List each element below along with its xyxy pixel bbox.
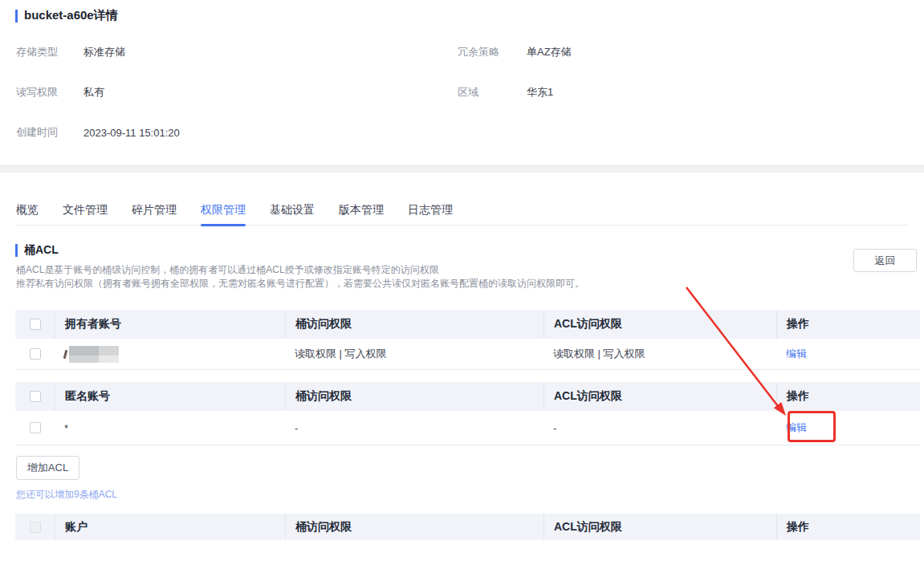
tab-fragment-management[interactable]: 碎片管理	[132, 197, 177, 225]
field-value: 标准存储	[83, 45, 125, 59]
field-label: 区域	[458, 85, 527, 100]
owner-acl-row: 读取权限 | 写入权限 读取权限 | 写入权限 编辑	[15, 339, 920, 370]
table-header-row: 账户 桶访问权限 ACL访问权限 操作	[15, 514, 920, 540]
acl-permission-cell: 读取权限 | 写入权限	[543, 339, 776, 369]
edit-link-anonymous[interactable]: 编辑	[786, 421, 807, 435]
anonymous-acl-table: 匿名账号 桶访问权限 ACL访问权限 操作 * - - 编辑	[15, 382, 920, 445]
owner-acl-table: 拥有者账号 桶访问权限 ACL访问权限 操作 读取权限 | 写入权限 读取权限 …	[15, 310, 920, 370]
row-checkbox[interactable]	[30, 348, 41, 360]
col-action: 操作	[776, 514, 920, 540]
col-acl-permission: ACL访问权限	[543, 514, 776, 540]
col-owner-account: 拥有者账号	[55, 310, 285, 339]
field-label: 创建时间	[16, 125, 83, 140]
field-redundancy: 冗余策略 单AZ存储	[458, 45, 572, 59]
acl-section-title: 桶ACL	[15, 243, 59, 258]
remaining-acl-hint: 您还可以增加9条桶ACL	[16, 488, 117, 502]
bucket-detail-page: bucket-a60e详情 存储类型 标准存储 冗余策略 单AZ存储 读写权限 …	[0, 0, 924, 561]
bucket-permission-cell: 读取权限 | 写入权限	[285, 339, 543, 369]
field-value: 华东1	[527, 85, 553, 100]
col-bucket-permission: 桶访问权限	[285, 514, 543, 540]
field-region: 区域 华东1	[458, 85, 553, 100]
field-value: 单AZ存储	[527, 45, 572, 59]
select-all-checkbox[interactable]	[30, 319, 41, 330]
row-checkbox[interactable]	[30, 422, 41, 433]
col-bucket-permission: 桶访问权限	[285, 382, 543, 411]
field-rw-permission: 读写权限 私有	[16, 85, 104, 100]
back-button[interactable]: 返回	[853, 249, 917, 272]
field-value: 私有	[83, 85, 104, 100]
account-cell: *	[55, 411, 285, 445]
tab-log-management[interactable]: 日志管理	[408, 197, 453, 225]
acl-description-line1: 桶ACL是基于账号的桶级访问控制，桶的拥有者可以通过桶ACL授予或修改指定账号特…	[16, 263, 584, 277]
tab-permission-management[interactable]: 权限管理	[201, 197, 246, 225]
tab-version-management[interactable]: 版本管理	[339, 197, 384, 225]
acl-permission-cell: -	[543, 411, 776, 445]
tab-basic-settings[interactable]: 基础设置	[270, 197, 315, 225]
redacted-account	[64, 346, 119, 363]
select-all-checkbox-disabled	[30, 522, 41, 533]
add-acl-button[interactable]: 增加ACL	[16, 456, 79, 480]
field-create-time: 创建时间 2023-09-11 15:01:20	[16, 125, 180, 140]
tab-overview[interactable]: 概览	[16, 197, 39, 225]
col-action: 操作	[776, 310, 920, 339]
section-divider	[0, 165, 924, 173]
field-value: 2023-09-11 15:01:20	[83, 127, 180, 139]
field-label: 存储类型	[16, 45, 83, 59]
tab-file-management[interactable]: 文件管理	[63, 197, 108, 225]
tab-bar: 概览 文件管理 碎片管理 权限管理 基础设置 版本管理 日志管理	[16, 197, 908, 226]
col-account: 账户	[55, 514, 285, 540]
bucket-permission-cell: -	[285, 411, 543, 445]
col-acl-permission: ACL访问权限	[543, 310, 776, 339]
field-storage-type: 存储类型 标准存储	[16, 45, 125, 59]
title-accent-bar	[15, 244, 18, 257]
page-title-text: bucket-a60e详情	[24, 8, 118, 23]
account-acl-table: 账户 桶访问权限 ACL访问权限 操作	[15, 514, 920, 540]
acl-title-text: 桶ACL	[24, 243, 59, 258]
edit-link[interactable]: 编辑	[786, 347, 807, 361]
table-header-row: 拥有者账号 桶访问权限 ACL访问权限 操作	[15, 310, 920, 339]
col-action: 操作	[776, 382, 920, 411]
title-accent-bar	[15, 10, 18, 22]
acl-description: 桶ACL是基于账号的桶级访问控制，桶的拥有者可以通过桶ACL授予或修改指定账号特…	[16, 263, 584, 291]
acl-description-line2: 推荐私有访问权限（拥有者账号拥有全部权限，无需对匿名账号进行配置），若需要公共读…	[16, 277, 584, 291]
select-all-checkbox[interactable]	[30, 391, 41, 402]
col-acl-permission: ACL访问权限	[543, 382, 776, 411]
field-label: 读写权限	[16, 85, 83, 100]
field-label: 冗余策略	[458, 45, 527, 59]
table-header-row: 匿名账号 桶访问权限 ACL访问权限 操作	[15, 382, 920, 411]
anonymous-acl-row: * - - 编辑	[15, 411, 920, 445]
col-bucket-permission: 桶访问权限	[285, 310, 543, 339]
col-anonymous-account: 匿名账号	[55, 382, 285, 411]
page-title: bucket-a60e详情	[15, 8, 118, 23]
